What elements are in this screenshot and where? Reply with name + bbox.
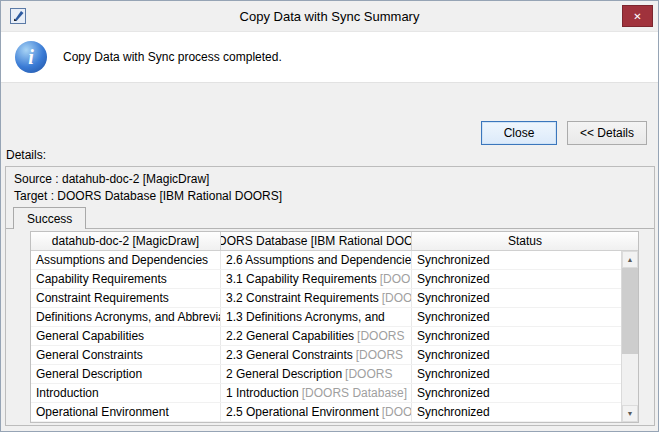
target-label: Target : DOORS Database [IBM Rational DO…	[14, 189, 282, 203]
cell-status: Synchronized	[412, 403, 621, 421]
up-arrow-icon: ▲	[627, 256, 634, 263]
details-panel: Source : datahub-doc-2 [MagicDraw] Targe…	[5, 166, 655, 426]
cell-target-text: 1 Introduction	[226, 386, 299, 400]
table-row[interactable]: Introduction 1 Introduction[DOORS Databa…	[31, 384, 621, 403]
cell-target: 3.1 Capability Requirements[DOORS	[221, 270, 412, 288]
cell-target: 2.3 General Constraints[DOORS	[221, 346, 412, 364]
cell-source: Constraint Requirements	[31, 289, 221, 307]
cell-status: Synchronized	[412, 384, 621, 402]
cell-target-text: 2.5 Operational Environment	[226, 405, 379, 419]
cell-source: Introduction	[31, 384, 221, 402]
column-header-target[interactable]: DOORS Database [IBM Rational DOO...	[221, 232, 412, 250]
cell-target-text: 2 General Description	[226, 367, 342, 381]
cell-source: Capability Requirements	[31, 270, 221, 288]
cell-target-text: 3.2 Constraint Requirements	[226, 291, 379, 305]
cell-target-note: [DOORS	[345, 367, 392, 381]
cell-source: General Capabilities	[31, 327, 221, 345]
cell-target-note: [DOORS Database]	[302, 386, 407, 400]
column-header-source[interactable]: datahub-doc-2 [MagicDraw]	[31, 232, 221, 250]
cell-status: Synchronized	[412, 327, 621, 345]
cell-status: Synchronized	[412, 270, 621, 288]
table-row[interactable]: Definitions Acronyms, and Abbreviat... 1…	[31, 308, 621, 327]
table-body: Assumptions and Dependencies 2.6 Assumpt…	[31, 251, 621, 422]
window-close-button[interactable]: ✕	[622, 5, 653, 27]
cell-target-text: 3.1 Capability Requirements	[226, 272, 377, 286]
cell-target-note: [DOORS	[382, 405, 412, 419]
cell-target: 1.3 Definitions Acronyms, and	[221, 308, 412, 326]
details-label: Details:	[6, 148, 46, 162]
cell-source: Assumptions and Dependencies	[31, 251, 221, 269]
message-area: i Copy Data with Sync process completed.	[1, 31, 658, 83]
table-row[interactable]: Assumptions and Dependencies 2.6 Assumpt…	[31, 251, 621, 270]
tab-divider	[6, 228, 654, 229]
tab-success[interactable]: Success	[13, 207, 86, 229]
cell-target-text: 2.6 Assumptions and Dependencies	[226, 253, 412, 267]
app-icon	[10, 8, 26, 24]
table-row[interactable]: Constraint Requirements 3.2 Constraint R…	[31, 289, 621, 308]
cell-target-text: 2.3 General Constraints	[226, 348, 353, 362]
info-icon: i	[15, 41, 47, 73]
cell-source: Operational Environment	[31, 403, 221, 421]
source-label: Source : datahub-doc-2 [MagicDraw]	[14, 172, 209, 186]
message-text: Copy Data with Sync process completed.	[63, 32, 282, 82]
sync-results-table: datahub-doc-2 [MagicDraw] DOORS Database…	[30, 231, 639, 423]
cell-target-note: [DOORS	[356, 348, 403, 362]
table-row[interactable]: General Description 2 General Descriptio…	[31, 365, 621, 384]
cell-status: Synchronized	[412, 346, 621, 364]
cell-status: Synchronized	[412, 251, 621, 269]
column-header-status[interactable]: Status	[412, 232, 638, 250]
cell-target-text: 1.3 Definitions Acronyms, and	[226, 310, 385, 324]
info-icon-glyph: i	[28, 46, 34, 69]
close-button[interactable]: Close	[481, 121, 557, 145]
cell-source: General Constraints	[31, 346, 221, 364]
window-title: Copy Data with Sync Summary	[41, 1, 618, 31]
cell-source: Definitions Acronyms, and Abbreviat...	[31, 308, 221, 326]
cell-target: 1 Introduction[DOORS Database]	[221, 384, 412, 402]
cell-target: 2.2 General Capabilities[DOORS	[221, 327, 412, 345]
table-row[interactable]: Capability Requirements 3.1 Capability R…	[31, 270, 621, 289]
cell-source: General Description	[31, 365, 221, 383]
dialog-window: Copy Data with Sync Summary ✕ i Copy Dat…	[0, 0, 659, 432]
scroll-up-button[interactable]: ▲	[622, 251, 638, 268]
cell-target: 2.6 Assumptions and Dependencies	[221, 251, 412, 269]
close-icon: ✕	[633, 11, 641, 22]
scrollbar-thumb[interactable]	[622, 268, 638, 354]
cell-target-note: [DOORS	[382, 291, 412, 305]
title-bar[interactable]: Copy Data with Sync Summary ✕	[1, 1, 658, 31]
table-row[interactable]: General Constraints 2.3 General Constrai…	[31, 346, 621, 365]
cell-status: Synchronized	[412, 289, 621, 307]
cell-target-note: [DOORS	[380, 272, 412, 286]
table-row[interactable]: General Capabilities 2.2 General Capabil…	[31, 327, 621, 346]
cell-target-note: [DOORS	[357, 329, 404, 343]
cell-target: 3.2 Constraint Requirements[DOORS	[221, 289, 412, 307]
details-toggle-button[interactable]: << Details	[567, 121, 647, 145]
vertical-scrollbar[interactable]: ▲ ▼	[621, 251, 638, 422]
scroll-down-button[interactable]: ▼	[622, 405, 638, 422]
cell-target: 2.5 Operational Environment[DOORS	[221, 403, 412, 421]
table-header: datahub-doc-2 [MagicDraw] DOORS Database…	[31, 232, 638, 251]
cell-status: Synchronized	[412, 365, 621, 383]
down-arrow-icon: ▼	[627, 410, 634, 417]
cell-target-text: 2.2 General Capabilities	[226, 329, 354, 343]
table-row[interactable]: Operational Environment 2.5 Operational …	[31, 403, 621, 422]
cell-status: Synchronized	[412, 308, 621, 326]
button-row: Close << Details	[481, 121, 647, 145]
cell-target: 2 General Description[DOORS	[221, 365, 412, 383]
